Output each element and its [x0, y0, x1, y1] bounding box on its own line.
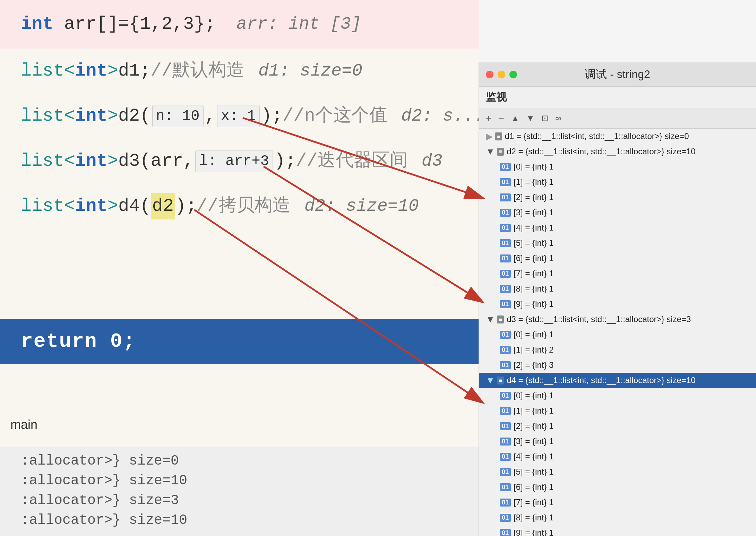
kw-list-5b: >	[108, 194, 118, 219]
d2-child-9: 01[9] = {int} 1	[479, 296, 756, 312]
status-item-2: :allocator>} size=3	[21, 493, 458, 508]
d3-child-0: 01[0] = {int} 1	[479, 327, 756, 342]
d2-6-icon: 01	[500, 254, 511, 262]
code-d4-pre: d4(	[118, 194, 151, 219]
d2-2-icon: 01	[500, 193, 511, 201]
d2-highlight: d2	[151, 193, 175, 220]
d2-8-icon: 01	[500, 285, 511, 293]
d1-type-icon: ≡	[495, 132, 502, 140]
code-spacer	[0, 229, 479, 319]
d2-3-icon: 01	[500, 209, 511, 217]
kw-list-3b: >	[108, 104, 118, 129]
d2-value: d2 = {std::__1::list<int, std::__1::allo…	[507, 147, 695, 156]
d2-1-icon: 01	[500, 178, 511, 186]
var-d1-row[interactable]: ▶ ≡ d1 = {std::__1::list<int, std::__1::…	[479, 129, 756, 144]
kw-list-4b: >	[108, 149, 118, 174]
kw-int-2: int	[75, 59, 108, 84]
d4-2-icon: 01	[500, 422, 511, 430]
d2-child-5: 01[5] = {int} 1	[479, 235, 756, 251]
remove-watch-button[interactable]: −	[498, 113, 504, 124]
copy-button[interactable]: ⊡	[541, 113, 548, 123]
d2-child-3: 01[3] = {int} 1	[479, 205, 756, 220]
d4-child-5: 01[5] = {int} 1	[479, 464, 756, 479]
d2-0-icon: 01	[500, 163, 511, 171]
debug-titlebar: 调试 - string2	[479, 62, 756, 87]
d4-child-6: 01[6] = {int} 1	[479, 479, 756, 495]
comment-d3: d3	[422, 149, 443, 173]
debug-variables: ▶ ≡ d1 = {std::__1::list<int, std::__1::…	[479, 129, 756, 536]
d2-child-4: 01[4] = {int} 1	[479, 220, 756, 235]
d2-type-icon: ≡	[497, 148, 504, 156]
d4-child-7: 01[7] = {int} 1	[479, 495, 756, 510]
d4-5-icon: 01	[500, 468, 511, 476]
d4-child-0: 01[0] = {int} 1	[479, 388, 756, 403]
comment-d1: d1: size=0	[258, 59, 362, 83]
watch-section-label: 监视	[479, 87, 756, 108]
code-text: arr[]={1,2,3};	[64, 12, 216, 37]
code-line-1: int arr[]={1,2,3}; arr: int [3]	[0, 0, 479, 49]
d4-8-icon: 01	[500, 514, 511, 522]
expand-d4-icon[interactable]: ▼	[486, 375, 495, 386]
comma: ,	[205, 104, 216, 129]
comment-d4: d2: size=10	[304, 194, 419, 218]
d4-child-3: 01[3] = {int} 1	[479, 434, 756, 449]
infinity-button[interactable]: ∞	[555, 113, 561, 123]
d4-child-9: 01[9] = {int} 1	[479, 525, 756, 536]
move-down-button[interactable]: ▼	[526, 113, 534, 123]
d3-1-icon: 01	[500, 346, 511, 354]
kw-list-3: list<	[21, 104, 75, 129]
minimize-button[interactable]	[498, 71, 505, 78]
kw-list-2: list<	[21, 59, 75, 84]
tooltip-n: n: 10	[152, 105, 204, 128]
d4-child-8: 01[8] = {int} 1	[479, 510, 756, 525]
comment-2: //默认构造	[151, 59, 244, 84]
d2-child-0: 01[0] = {int} 1	[479, 159, 756, 174]
code-line-3: list<int>d2( n: 10 , x: 1 );//n个这个值 d2: …	[0, 94, 479, 139]
d3-child-2: 01[2] = {int} 3	[479, 357, 756, 373]
code-line-2: list<int>d1;//默认构造 d1: size=0	[0, 49, 479, 94]
d2-4-icon: 01	[500, 224, 511, 232]
tooltip-l: l: arr+3	[195, 150, 273, 173]
var-d4-row[interactable]: ▼ ≡ d4 = {std::__1::list<int, std::__1::…	[479, 373, 756, 388]
tooltip-x: x: 1	[217, 105, 260, 128]
code-line-return: return 0;	[0, 319, 479, 364]
code-d4-post: );	[175, 194, 197, 219]
d2-child-2: 01[2] = {int} 1	[479, 190, 756, 205]
return-statement: return 0;	[21, 327, 136, 355]
var-d2-row[interactable]: ▼ ≡ d2 = {std::__1::list<int, std::__1::…	[479, 144, 756, 159]
var-d3-row[interactable]: ▼ ≡ d3 = {std::__1::list<int, std::__1::…	[479, 312, 756, 327]
d4-child-4: 01[4] = {int} 1	[479, 449, 756, 464]
d4-value: d4 = {std::__1::list<int, std::__1::allo…	[507, 375, 695, 385]
move-up-button[interactable]: ▲	[511, 113, 519, 123]
kw-list-2b: >	[108, 59, 118, 84]
d4-3-icon: 01	[500, 438, 511, 446]
add-watch-button[interactable]: +	[486, 113, 491, 124]
status-item-3: :allocator>} size=10	[21, 512, 458, 528]
d4-child-2: 01[2] = {int} 1	[479, 418, 756, 434]
comment-3: //n个这个值	[283, 104, 387, 129]
traffic-lights	[486, 71, 517, 78]
d3-type-icon: ≡	[497, 315, 504, 323]
code-d2: d2(	[118, 104, 151, 129]
status-item-1: :allocator>} size=10	[21, 473, 458, 489]
d2-child-1: 01[1] = {int} 1	[479, 174, 756, 190]
d4-9-icon: 01	[500, 529, 511, 536]
code-d2-post: );	[261, 104, 283, 129]
d1-value: d1 = {std::__1::list<int, std::__1::allo…	[505, 131, 689, 141]
d3-value: d3 = {std::__1::list<int, std::__1::allo…	[507, 314, 691, 324]
d2-child-8: 01[8] = {int} 1	[479, 281, 756, 296]
kw-list-5: list<	[21, 194, 75, 219]
d2-9-icon: 01	[500, 300, 511, 308]
d4-0-icon: 01	[500, 392, 511, 400]
close-button[interactable]	[486, 71, 493, 78]
code-d3: d3(arr,	[118, 149, 194, 174]
kw-int-5: int	[75, 194, 108, 219]
code-d3-post: );	[274, 149, 296, 174]
expand-d3-icon[interactable]: ▼	[486, 314, 495, 325]
code-line-4: list<int>d3(arr, l: arr+3 );//迭代器区间 d3	[0, 139, 479, 184]
maximize-button[interactable]	[509, 71, 517, 78]
expand-d1-icon[interactable]: ▶	[486, 131, 493, 142]
debug-toolbar: + − ▲ ▼ ⊡ ∞	[479, 108, 756, 129]
kw-int-4: int	[75, 149, 108, 174]
expand-d2-icon[interactable]: ▼	[486, 146, 495, 157]
